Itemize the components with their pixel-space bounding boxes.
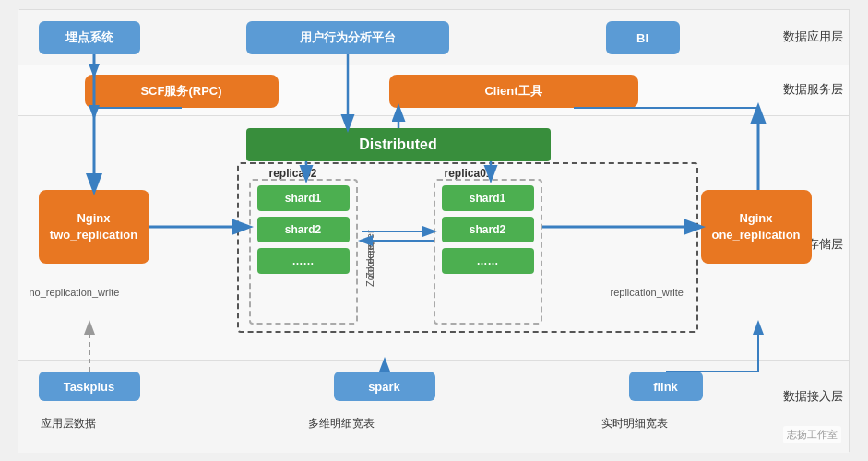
box-nginx-one: Nginxone_replication bbox=[701, 190, 812, 264]
replica01-label: replica01 bbox=[445, 167, 493, 180]
replication-write: replication_write bbox=[611, 287, 684, 298]
box-taskplus: Taskplus bbox=[39, 372, 140, 401]
label-service: 数据服务层 bbox=[783, 81, 843, 98]
box-bi: BI bbox=[606, 21, 680, 54]
replica02-label: replica02 bbox=[269, 167, 317, 180]
box-flink: flink bbox=[629, 372, 703, 401]
diagram: 数据应用层 数据服务层 数据存储层 数据接入层 埋点系统 用户行为分析平台 BI… bbox=[19, 9, 850, 452]
box-client: Client工具 bbox=[389, 75, 638, 108]
label-realtime: 实时明细宽表 bbox=[601, 416, 668, 431]
no-replication-write: no_replication_write bbox=[30, 287, 120, 298]
box-user-analytics: 用户行为分析平台 bbox=[246, 21, 449, 54]
zookeeper-text: Zookeeper bbox=[364, 218, 375, 287]
dots-right: …… bbox=[442, 248, 534, 274]
watermark: 志扬工作室 bbox=[783, 426, 841, 443]
label-app-data: 应用层数据 bbox=[41, 416, 96, 431]
box-scf: SCF服务(RPC) bbox=[85, 75, 279, 108]
label-multi-dim: 多维明细宽表 bbox=[308, 416, 375, 431]
box-nginx-two: Nginxtwo_replication bbox=[39, 190, 149, 264]
shard1-right: shard1 bbox=[442, 185, 534, 211]
dots-left: …… bbox=[257, 248, 350, 274]
box-spark: spark bbox=[334, 372, 435, 401]
label-ingestion: 数据接入层 bbox=[783, 388, 843, 405]
box-distributed: Distributed bbox=[246, 128, 551, 161]
label-app: 数据应用层 bbox=[783, 29, 843, 45]
shard1-left: shard1 bbox=[257, 185, 350, 211]
shard2-right: shard2 bbox=[442, 217, 534, 242]
shard2-left: shard2 bbox=[257, 217, 350, 242]
box-burying: 埋点系统 bbox=[39, 21, 140, 54]
